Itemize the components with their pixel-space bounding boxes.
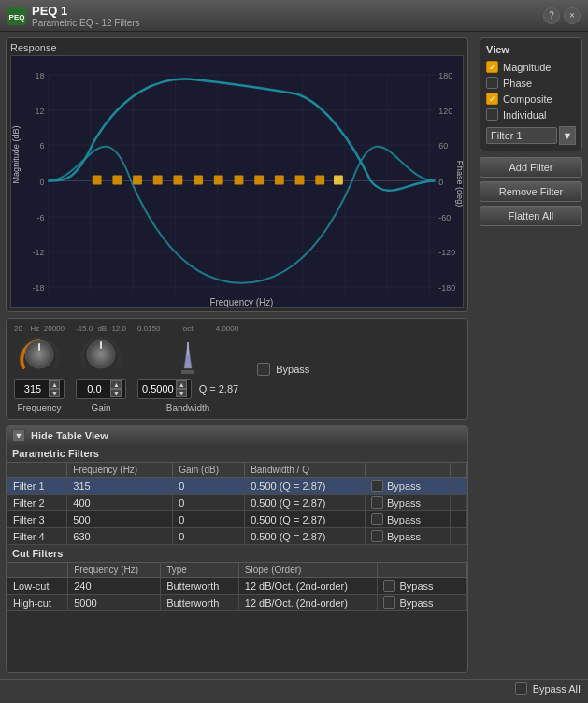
col-freq: Frequency (Hz) [67, 463, 173, 478]
filter-name: Filter 1 [7, 478, 67, 495]
cut-filter-bypass-cell: Bypass [378, 595, 452, 611]
col-bw: Bandwidth / Q [245, 463, 366, 478]
view-individual: Individual [486, 108, 576, 121]
right-panel: View ✓ Magnitude Phase ✓ Composite Indiv… [480, 37, 582, 673]
left-panel: Response 18 12 [6, 37, 468, 673]
col-bypass-h [365, 463, 450, 478]
filter-freq: 500 [67, 511, 173, 528]
title-bar-buttons: ? × [543, 7, 581, 24]
title-text: PEQ 1 Parametric EQ - 12 Filters [32, 4, 543, 28]
filter-bypass-label: Bypass [387, 514, 421, 525]
table-section: ▼ Hide Table View Parametric Filters Fre… [6, 425, 468, 673]
svg-text:-18: -18 [33, 283, 45, 293]
frequency-knob-group: 20 Hz 20000 [14, 324, 65, 413]
bypass-label: Bypass [276, 364, 309, 375]
cut-filter-slope: 12 dB/Oct. (2nd-order) [238, 578, 378, 595]
cut-filter-extra [452, 578, 467, 595]
freq-down-btn[interactable]: ▼ [49, 389, 60, 397]
svg-rect-44 [295, 175, 305, 184]
filter-bypass-label: Bypass [387, 531, 421, 542]
col-name [7, 463, 67, 478]
cut-filter-row[interactable]: Low-cut 240 Butterworth 12 dB/Oct. (2nd-… [7, 578, 467, 595]
view-section: View ✓ Magnitude Phase ✓ Composite Indiv… [480, 37, 582, 151]
bandwidth-knob-group: 0.0150 oct 4.0000 0.5000 [137, 324, 238, 413]
collapse-icon[interactable]: ▼ [12, 429, 25, 442]
freq-range-min: 20 [14, 324, 22, 333]
filter-dropdown-btn[interactable]: ▼ [559, 126, 576, 145]
parametric-filter-row[interactable]: Filter 4 630 0 0.500 (Q = 2.87) Bypass [7, 528, 467, 545]
bypass-checkbox[interactable] [257, 363, 270, 376]
gain-stepper[interactable]: ▲ ▼ [110, 380, 122, 397]
table-toggle-row[interactable]: ▼ Hide Table View [7, 426, 467, 445]
frequency-stepper[interactable]: ▲ ▼ [49, 380, 60, 397]
parametric-filters-label: Parametric Filters [7, 445, 467, 462]
svg-text:-12: -12 [33, 248, 45, 257]
svg-rect-45 [315, 175, 324, 184]
title-bar: PEQ PEQ 1 Parametric EQ - 12 Filters ? × [0, 0, 588, 32]
parametric-filter-row[interactable]: Filter 2 400 0 0.500 (Q = 2.87) Bypass [7, 495, 467, 511]
filter-bypass-cell: Bypass [365, 495, 450, 511]
cut-filter-row[interactable]: High-cut 5000 Butterworth 12 dB/Oct. (2n… [7, 595, 467, 611]
bw-up-btn[interactable]: ▲ [176, 380, 187, 389]
cut-filter-bypass-checkbox[interactable] [383, 580, 395, 592]
bw-down-btn[interactable]: ▼ [176, 389, 187, 397]
gain-up-btn[interactable]: ▲ [110, 380, 122, 389]
filter-freq: 630 [67, 528, 173, 545]
response-label: Response [10, 42, 464, 53]
filter-bypass-cell: Bypass [365, 478, 450, 495]
filter-bypass-checkbox[interactable] [371, 496, 383, 509]
filter-freq: 315 [67, 478, 173, 495]
filter-bypass-checkbox[interactable] [371, 513, 383, 525]
eq-chart[interactable]: 18 12 6 0 -6 -12 -18 180 120 60 0 -60 -1… [10, 55, 464, 308]
svg-text:-120: -120 [438, 248, 455, 257]
svg-text:0: 0 [438, 177, 443, 186]
action-buttons: Add Filter Remove Filter Flatten All [480, 157, 582, 226]
filter-bypass-label: Bypass [387, 481, 421, 492]
cut-filter-bypass-checkbox[interactable] [383, 596, 395, 609]
app-icon: PEQ [7, 7, 26, 25]
cut-filter-extra [452, 595, 467, 611]
bandwidth-indicator[interactable] [163, 335, 213, 377]
parametric-filter-row[interactable]: Filter 3 500 0 0.500 (Q = 2.87) Bypass [7, 511, 467, 528]
flatten-all-button[interactable]: Flatten All [480, 206, 582, 226]
bw-range-min: 0.0150 [137, 324, 160, 333]
gain-range-max: 12.0 [111, 324, 126, 333]
gain-knob[interactable] [76, 335, 126, 377]
parametric-filter-row[interactable]: Filter 1 315 0 0.500 (Q = 2.87) Bypass [7, 478, 467, 495]
gain-down-btn[interactable]: ▼ [110, 389, 122, 397]
response-section: Response 18 12 [6, 37, 468, 312]
freq-up-btn[interactable]: ▲ [49, 380, 60, 389]
phase-checkbox[interactable] [486, 77, 498, 89]
remove-filter-button[interactable]: Remove Filter [480, 181, 582, 202]
filter-bypass-checkbox[interactable] [371, 480, 383, 492]
app-title: PEQ 1 [32, 4, 543, 18]
cut-filter-bypass-label: Bypass [399, 597, 433, 609]
svg-text:-6: -6 [37, 213, 45, 222]
bandwidth-value-display: 0.5000 ▲ ▼ [137, 379, 192, 399]
help-button[interactable]: ? [543, 7, 560, 24]
bypass-all-checkbox[interactable] [515, 682, 527, 695]
svg-text:-180: -180 [438, 283, 455, 293]
individual-label: Individual [503, 109, 546, 121]
bandwidth-stepper[interactable]: ▲ ▼ [176, 380, 187, 397]
close-button[interactable]: × [564, 7, 581, 24]
frequency-knob[interactable] [14, 335, 65, 377]
gain-knob-group: -15.0 dB 12.0 0.0 ▲ ▼ [76, 324, 126, 413]
bw-unit: oct [183, 324, 194, 333]
cut-filter-bypass-cell: Bypass [378, 578, 452, 595]
view-phase: Phase [486, 77, 576, 89]
parametric-filters-table: Frequency (Hz) Gain (dB) Bandwidth / Q F… [7, 462, 467, 545]
cut-col-extra [452, 563, 467, 578]
add-filter-button[interactable]: Add Filter [480, 157, 582, 178]
bandwidth-value: 0.5000 [142, 383, 174, 395]
freq-range-max: 20000 [44, 324, 65, 333]
filter-bypass-checkbox[interactable] [371, 530, 383, 542]
app-subtitle: Parametric EQ - 12 Filters [32, 18, 543, 28]
cut-filters-table: Frequency (Hz) Type Slope (Order) Low-cu… [7, 562, 467, 611]
composite-checkbox[interactable]: ✓ [486, 93, 498, 105]
cut-filter-name: Low-cut [7, 578, 68, 595]
cut-filter-freq: 5000 [68, 595, 161, 611]
individual-checkbox[interactable] [486, 108, 498, 121]
controls-section: 20 Hz 20000 [6, 318, 468, 420]
magnitude-checkbox[interactable]: ✓ [486, 61, 498, 73]
